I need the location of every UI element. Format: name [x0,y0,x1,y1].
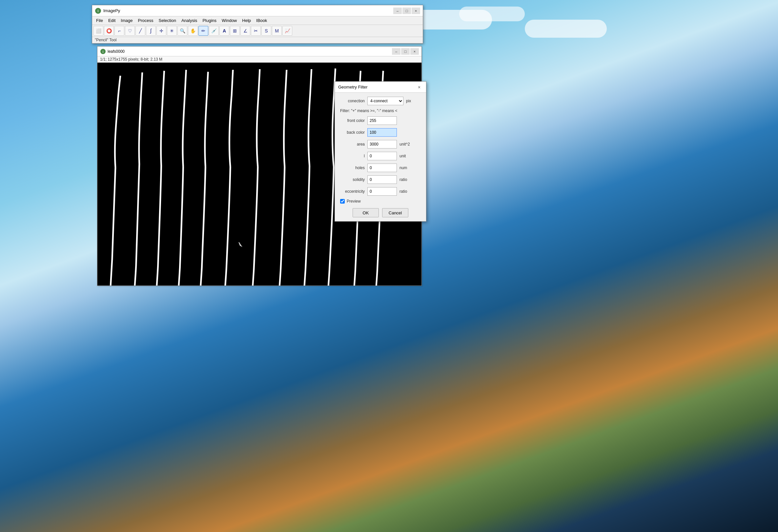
menu-ibook[interactable]: IBook [253,17,269,24]
preview-checkbox[interactable] [340,199,345,203]
menu-selection[interactable]: Selection [156,17,178,24]
polygon-select-tool[interactable]: ⌐ [114,26,124,36]
dialog-footer: OK Cancel [340,208,421,217]
connection-row: conection 4-connect 8-connect pix [340,97,421,105]
image-window-controls: – □ × [392,48,419,55]
filter-hint: Filter: "+" means >=, "-" means < [340,108,421,113]
holes-input[interactable] [367,164,397,172]
menu-help[interactable]: Help [239,17,253,24]
dialog-titlebar: Geometry Filter × [335,82,426,93]
freehand-select-tool[interactable]: ♡ [125,26,135,36]
preview-row: Preview [340,199,421,203]
imagepy-titlebar: i ImagePy – □ × [92,5,423,16]
geometry-filter-dialog: Geometry Filter × conection 4-connect 8-… [334,81,426,221]
image-titlebar: i leafs0000 – □ × [97,47,421,57]
svg-text:i: i [98,9,99,13]
angle-tool[interactable]: ∠ [240,26,250,36]
pencil-tool[interactable]: ✏ [199,26,208,36]
solidity-row: solidity ratio [340,175,421,184]
image-maximize-btn[interactable]: □ [401,48,410,55]
image-window-logo: i [100,49,106,55]
scissors-tool[interactable]: ✂ [251,26,261,36]
cancel-button[interactable]: Cancel [382,208,408,217]
menu-plugins[interactable]: Plugins [200,17,219,24]
imagepy-minimize-btn[interactable]: – [393,8,402,14]
ellipse-select-tool[interactable]: ⭕ [104,26,114,36]
l-row: l unit [340,152,421,160]
eccentricity-unit: ratio [399,189,413,194]
menu-bar: File Edit Image Process Selection Analys… [92,16,423,25]
image-info-text: 1/1; 1275x1755 pixels; 8-bit; 2.13 M [100,57,162,62]
measure-tool[interactable]: ⊞ [230,26,240,36]
chart-tool[interactable]: M [272,26,282,36]
text-tool[interactable]: A [219,26,229,36]
eyedropper-tool[interactable]: 💉 [209,26,219,36]
front-color-row: front color [340,116,421,125]
imagepy-logo: i [95,8,101,14]
magic-wand-tool[interactable]: ✳ [167,26,177,36]
svg-text:i: i [103,50,104,54]
imagepy-window: i ImagePy – □ × File Edit Image Process … [92,5,423,43]
menu-window[interactable]: Window [219,17,239,24]
area-label: area [340,142,365,147]
eccentricity-input[interactable] [367,187,397,196]
imagepy-close-btn[interactable]: × [412,8,420,14]
menu-edit[interactable]: Edit [105,17,118,24]
eccentricity-label: eccentricity [340,189,365,194]
connection-label: conection [340,99,365,103]
image-title: leafs0000 [107,49,392,54]
imagepy-maximize-btn[interactable]: □ [402,8,411,14]
connection-select[interactable]: 4-connect 8-connect [367,97,403,105]
dialog-body: conection 4-connect 8-connect pix Filter… [335,93,426,221]
cloud-4 [525,20,607,38]
curve-tool[interactable]: ∫ [146,26,156,36]
back-color-label: back color [340,130,365,135]
area-unit: unit^2 [399,142,413,147]
front-color-label: front color [340,118,365,123]
image-info-bar: 1/1; 1275x1755 pixels; 8-bit; 2.13 M [97,57,421,63]
menu-image[interactable]: Image [118,17,135,24]
rectangle-select-tool[interactable]: ⬜ [93,26,103,36]
tool-name-bar: "Pencil" Tool [92,37,423,43]
area-row: area unit^2 [340,140,421,149]
crosshair-tool[interactable]: ✛ [156,26,166,36]
eccentricity-row: eccentricity ratio [340,187,421,196]
solidity-label: solidity [340,177,365,182]
menu-process[interactable]: Process [136,17,156,24]
solidity-unit: ratio [399,177,413,182]
holes-row: holes num [340,164,421,172]
toolbar: ⬜ ⭕ ⌐ ♡ ╱ ∫ ✛ ✳ 🔍 ✋ ✏ 💉 A ⊞ ∠ ✂ S M 📈 [92,25,423,37]
holes-unit: num [399,166,413,170]
front-color-input[interactable] [367,116,397,125]
hand-tool[interactable]: ✋ [188,26,198,36]
stamp-tool[interactable]: S [261,26,271,36]
cloud-2 [459,7,525,21]
back-color-row: back color [340,128,421,137]
pix-label: pix [406,99,419,103]
imagepy-title: ImagePy [103,8,393,13]
holes-label: holes [340,166,365,170]
preview-label: Preview [347,199,361,203]
menu-analysis[interactable]: Analysis [179,17,200,24]
dialog-title: Geometry Filter [338,85,415,89]
ok-button[interactable]: OK [353,208,379,217]
image-minimize-btn[interactable]: – [392,48,400,55]
imagepy-window-controls: – □ × [393,8,420,14]
l-unit: unit [399,154,413,158]
line-tool[interactable]: ╱ [136,26,145,36]
menu-file[interactable]: File [93,17,105,24]
area-input[interactable] [367,140,397,149]
image-close-btn[interactable]: × [410,48,419,55]
graph-tool[interactable]: 📈 [283,26,292,36]
magnifier-tool[interactable]: 🔍 [177,26,187,36]
l-label: l [340,154,365,158]
solidity-input[interactable] [367,175,397,184]
back-color-input[interactable] [367,128,397,137]
l-input[interactable] [367,152,397,160]
dialog-close-btn[interactable]: × [415,84,423,91]
current-tool-name: "Pencil" Tool [95,38,116,42]
